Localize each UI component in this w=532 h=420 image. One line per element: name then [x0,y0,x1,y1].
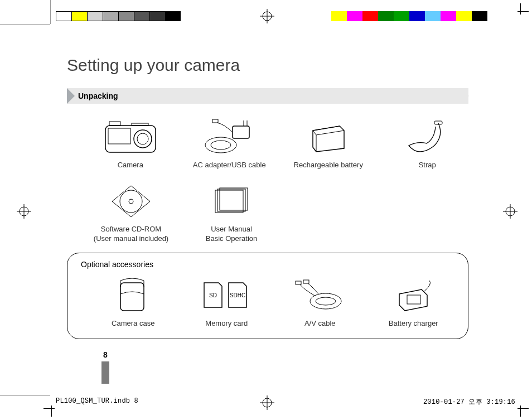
item-battery: Rechargeable battery [287,115,370,170]
svg-point-32 [310,293,341,309]
optional-title: Optional accessories [81,260,454,269]
item-cdrom: Software CD-ROM (User manual included) [89,179,173,244]
print-color-bars [0,11,532,21]
label-line2: Basic Operation [206,234,258,243]
label-line2: (User manual included) [94,234,168,243]
label-line1: User Manual [211,225,252,233]
item-label: Rechargeable battery [287,161,370,170]
svg-point-19 [211,141,231,149]
charger-icon [373,273,455,318]
registration-mark-left [17,204,29,216]
section-heading-text: Unpacking [78,91,118,100]
item-camera-case: Camera case [92,273,175,329]
cdrom-icon [89,179,173,224]
item-strap: Strap [386,115,469,170]
page-number-tab: 8 [101,350,109,384]
page-title: Setting up your camera [67,56,468,75]
item-label: Battery charger [373,319,455,329]
battery-icon [287,115,370,160]
svg-point-14 [134,130,152,148]
strap-icon [386,115,469,160]
arrow-icon [462,93,466,99]
registration-mark-right [503,204,515,216]
sd-label: SD [209,292,217,298]
items-row-2: Software CD-ROM (User manual included) U… [67,179,468,244]
svg-rect-31 [120,283,144,311]
item-label: User Manual Basic Operation [190,225,273,244]
svg-point-26 [120,190,142,213]
item-label: Camera case [92,319,175,329]
item-label: Memory card [186,319,268,329]
item-camera: Camera [89,115,172,170]
sdhc-label: SDHC [230,292,245,298]
svg-point-18 [205,137,236,153]
svg-rect-36 [407,295,420,304]
svg-rect-16 [109,122,120,125]
optional-accessories-box: Optional accessories Camera case SD SDHC [67,253,468,339]
item-ac-adapter: AC adapter/USB cable [188,115,271,170]
adapter-icon [188,115,271,160]
manual-icon [190,179,273,224]
print-footer: PL100_QSM_TUR.indb 8 2010-01-27 오후 3:19:… [56,397,515,407]
item-av-cable: A/V cable [279,273,361,329]
footer-date: 2010-01-27 오후 3:19:16 [423,397,515,407]
svg-rect-29 [217,189,245,211]
svg-rect-35 [303,280,309,283]
item-manual: User Manual Basic Operation [190,179,273,244]
section-heading-bar: Unpacking [67,88,468,104]
item-memory-card: SD SDHC Memory card [186,273,268,329]
trim-line [0,395,50,396]
item-label: Camera [89,161,172,170]
svg-rect-20 [233,126,249,138]
svg-point-33 [316,297,336,305]
item-label: Strap [386,161,469,170]
svg-rect-34 [296,281,301,284]
item-label: Software CD-ROM (User manual included) [89,225,173,244]
page-tab-marker [101,361,109,384]
svg-point-15 [137,133,148,144]
label-line1: Software CD-ROM [101,225,161,233]
item-label: AC adapter/USB cable [188,161,271,170]
footer-filename: PL100_QSM_TUR.indb 8 [56,397,138,407]
case-icon [92,273,175,318]
cable-icon [279,273,361,318]
item-battery-charger: Battery charger [373,273,455,329]
items-row-1: Camera AC adapter/USB cable Rechargeable… [67,115,468,170]
camera-icon [89,115,172,160]
svg-point-27 [129,199,133,204]
item-label: A/V cable [279,319,361,329]
page-number: 8 [101,350,109,359]
svg-rect-13 [108,128,130,144]
trim-line [0,24,50,25]
sd-card-icon: SD SDHC [186,273,268,318]
svg-rect-23 [212,119,218,123]
